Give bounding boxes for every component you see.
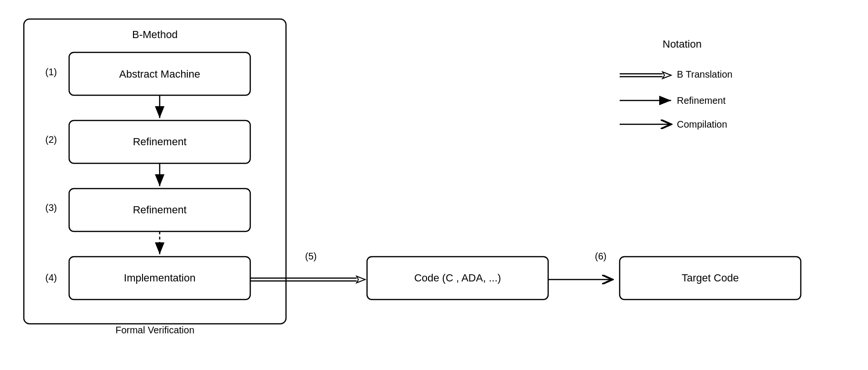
arrow-translation-head	[357, 276, 365, 283]
legend-btranslation-label: B Translation	[677, 69, 733, 80]
bmethod-label: B-Method	[132, 29, 177, 40]
node5-number: (5)	[305, 251, 317, 261]
refinement2-label: Refinement	[133, 204, 187, 216]
node4-number: (4)	[45, 272, 57, 283]
refinement1-label: Refinement	[133, 136, 187, 148]
abstract-machine-label: Abstract Machine	[119, 68, 200, 80]
diagram-container: B-Method (1) Abstract Machine (2) Refine…	[0, 0, 868, 370]
legend-refinement-label: Refinement	[677, 95, 726, 106]
node3-number: (3)	[45, 202, 57, 213]
node1-number: (1)	[45, 67, 57, 77]
code-label: Code (C , ADA, ...)	[414, 272, 501, 284]
node6-number: (6)	[595, 251, 606, 261]
implementation-label: Implementation	[124, 272, 195, 284]
node2-number: (2)	[45, 134, 57, 145]
target-code-label: Target Code	[682, 272, 739, 284]
legend-compilation-label: Compilation	[677, 119, 727, 130]
formal-verification-label: Formal Verification	[115, 325, 194, 335]
notation-title: Notation	[663, 38, 702, 50]
legend-btranslation-head	[663, 72, 671, 79]
